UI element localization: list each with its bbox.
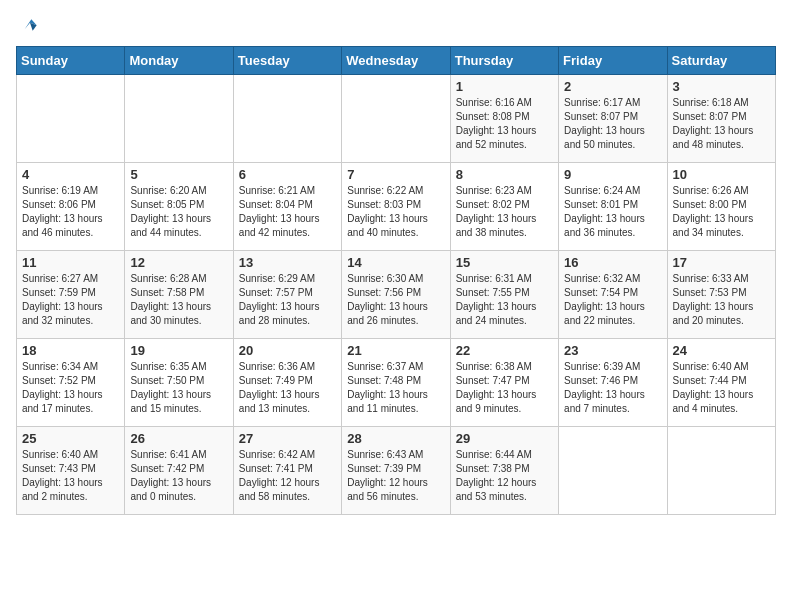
calendar-cell [667,427,775,515]
day-info: Sunrise: 6:41 AM Sunset: 7:42 PM Dayligh… [130,448,227,504]
calendar-cell: 5Sunrise: 6:20 AM Sunset: 8:05 PM Daylig… [125,163,233,251]
day-number: 10 [673,167,770,182]
weekday-header-friday: Friday [559,47,667,75]
day-info: Sunrise: 6:32 AM Sunset: 7:54 PM Dayligh… [564,272,661,328]
day-number: 7 [347,167,444,182]
calendar-table: SundayMondayTuesdayWednesdayThursdayFrid… [16,46,776,515]
week-row-2: 11Sunrise: 6:27 AM Sunset: 7:59 PM Dayli… [17,251,776,339]
day-info: Sunrise: 6:40 AM Sunset: 7:43 PM Dayligh… [22,448,119,504]
calendar-cell: 11Sunrise: 6:27 AM Sunset: 7:59 PM Dayli… [17,251,125,339]
calendar-cell: 10Sunrise: 6:26 AM Sunset: 8:00 PM Dayli… [667,163,775,251]
day-info: Sunrise: 6:23 AM Sunset: 8:02 PM Dayligh… [456,184,553,240]
day-info: Sunrise: 6:28 AM Sunset: 7:58 PM Dayligh… [130,272,227,328]
weekday-header-saturday: Saturday [667,47,775,75]
day-number: 2 [564,79,661,94]
day-number: 17 [673,255,770,270]
calendar-cell: 12Sunrise: 6:28 AM Sunset: 7:58 PM Dayli… [125,251,233,339]
calendar-cell: 25Sunrise: 6:40 AM Sunset: 7:43 PM Dayli… [17,427,125,515]
day-number: 8 [456,167,553,182]
day-number: 28 [347,431,444,446]
day-number: 22 [456,343,553,358]
weekday-header-tuesday: Tuesday [233,47,341,75]
calendar-cell: 28Sunrise: 6:43 AM Sunset: 7:39 PM Dayli… [342,427,450,515]
day-number: 27 [239,431,336,446]
calendar-cell: 4Sunrise: 6:19 AM Sunset: 8:06 PM Daylig… [17,163,125,251]
weekday-header-monday: Monday [125,47,233,75]
day-number: 25 [22,431,119,446]
calendar-cell: 26Sunrise: 6:41 AM Sunset: 7:42 PM Dayli… [125,427,233,515]
calendar-cell: 1Sunrise: 6:16 AM Sunset: 8:08 PM Daylig… [450,75,558,163]
day-info: Sunrise: 6:30 AM Sunset: 7:56 PM Dayligh… [347,272,444,328]
day-info: Sunrise: 6:26 AM Sunset: 8:00 PM Dayligh… [673,184,770,240]
calendar-cell: 19Sunrise: 6:35 AM Sunset: 7:50 PM Dayli… [125,339,233,427]
calendar-cell: 9Sunrise: 6:24 AM Sunset: 8:01 PM Daylig… [559,163,667,251]
calendar-cell: 29Sunrise: 6:44 AM Sunset: 7:38 PM Dayli… [450,427,558,515]
calendar-cell: 27Sunrise: 6:42 AM Sunset: 7:41 PM Dayli… [233,427,341,515]
calendar-cell: 3Sunrise: 6:18 AM Sunset: 8:07 PM Daylig… [667,75,775,163]
calendar-cell: 23Sunrise: 6:39 AM Sunset: 7:46 PM Dayli… [559,339,667,427]
day-info: Sunrise: 6:29 AM Sunset: 7:57 PM Dayligh… [239,272,336,328]
calendar-cell: 22Sunrise: 6:38 AM Sunset: 7:47 PM Dayli… [450,339,558,427]
calendar-cell: 13Sunrise: 6:29 AM Sunset: 7:57 PM Dayli… [233,251,341,339]
day-info: Sunrise: 6:31 AM Sunset: 7:55 PM Dayligh… [456,272,553,328]
day-info: Sunrise: 6:33 AM Sunset: 7:53 PM Dayligh… [673,272,770,328]
day-info: Sunrise: 6:18 AM Sunset: 8:07 PM Dayligh… [673,96,770,152]
day-info: Sunrise: 6:34 AM Sunset: 7:52 PM Dayligh… [22,360,119,416]
weekday-header-wednesday: Wednesday [342,47,450,75]
day-info: Sunrise: 6:19 AM Sunset: 8:06 PM Dayligh… [22,184,119,240]
day-number: 18 [22,343,119,358]
week-row-0: 1Sunrise: 6:16 AM Sunset: 8:08 PM Daylig… [17,75,776,163]
calendar-cell [342,75,450,163]
day-info: Sunrise: 6:40 AM Sunset: 7:44 PM Dayligh… [673,360,770,416]
day-info: Sunrise: 6:24 AM Sunset: 8:01 PM Dayligh… [564,184,661,240]
day-info: Sunrise: 6:35 AM Sunset: 7:50 PM Dayligh… [130,360,227,416]
weekday-header-thursday: Thursday [450,47,558,75]
calendar-cell: 8Sunrise: 6:23 AM Sunset: 8:02 PM Daylig… [450,163,558,251]
calendar-cell: 16Sunrise: 6:32 AM Sunset: 7:54 PM Dayli… [559,251,667,339]
calendar-cell: 14Sunrise: 6:30 AM Sunset: 7:56 PM Dayli… [342,251,450,339]
calendar-cell [125,75,233,163]
calendar-cell: 24Sunrise: 6:40 AM Sunset: 7:44 PM Dayli… [667,339,775,427]
day-number: 29 [456,431,553,446]
day-info: Sunrise: 6:17 AM Sunset: 8:07 PM Dayligh… [564,96,661,152]
day-number: 24 [673,343,770,358]
day-number: 4 [22,167,119,182]
day-info: Sunrise: 6:20 AM Sunset: 8:05 PM Dayligh… [130,184,227,240]
calendar-cell [17,75,125,163]
day-number: 20 [239,343,336,358]
calendar-cell: 17Sunrise: 6:33 AM Sunset: 7:53 PM Dayli… [667,251,775,339]
day-number: 3 [673,79,770,94]
calendar-cell: 18Sunrise: 6:34 AM Sunset: 7:52 PM Dayli… [17,339,125,427]
day-number: 6 [239,167,336,182]
day-info: Sunrise: 6:44 AM Sunset: 7:38 PM Dayligh… [456,448,553,504]
calendar-cell [233,75,341,163]
day-info: Sunrise: 6:36 AM Sunset: 7:49 PM Dayligh… [239,360,336,416]
weekday-header-sunday: Sunday [17,47,125,75]
day-info: Sunrise: 6:42 AM Sunset: 7:41 PM Dayligh… [239,448,336,504]
calendar-cell: 15Sunrise: 6:31 AM Sunset: 7:55 PM Dayli… [450,251,558,339]
day-number: 21 [347,343,444,358]
day-info: Sunrise: 6:21 AM Sunset: 8:04 PM Dayligh… [239,184,336,240]
day-number: 26 [130,431,227,446]
day-number: 12 [130,255,227,270]
week-row-3: 18Sunrise: 6:34 AM Sunset: 7:52 PM Dayli… [17,339,776,427]
day-info: Sunrise: 6:16 AM Sunset: 8:08 PM Dayligh… [456,96,553,152]
day-info: Sunrise: 6:39 AM Sunset: 7:46 PM Dayligh… [564,360,661,416]
day-number: 23 [564,343,661,358]
day-info: Sunrise: 6:37 AM Sunset: 7:48 PM Dayligh… [347,360,444,416]
calendar-cell: 6Sunrise: 6:21 AM Sunset: 8:04 PM Daylig… [233,163,341,251]
week-row-1: 4Sunrise: 6:19 AM Sunset: 8:06 PM Daylig… [17,163,776,251]
day-number: 5 [130,167,227,182]
day-info: Sunrise: 6:22 AM Sunset: 8:03 PM Dayligh… [347,184,444,240]
day-info: Sunrise: 6:27 AM Sunset: 7:59 PM Dayligh… [22,272,119,328]
day-info: Sunrise: 6:38 AM Sunset: 7:47 PM Dayligh… [456,360,553,416]
day-info: Sunrise: 6:43 AM Sunset: 7:39 PM Dayligh… [347,448,444,504]
calendar-cell: 2Sunrise: 6:17 AM Sunset: 8:07 PM Daylig… [559,75,667,163]
day-number: 1 [456,79,553,94]
calendar-cell: 20Sunrise: 6:36 AM Sunset: 7:49 PM Dayli… [233,339,341,427]
day-number: 11 [22,255,119,270]
calendar-cell: 21Sunrise: 6:37 AM Sunset: 7:48 PM Dayli… [342,339,450,427]
page-header [16,16,776,36]
weekday-header-row: SundayMondayTuesdayWednesdayThursdayFrid… [17,47,776,75]
logo [16,16,40,36]
